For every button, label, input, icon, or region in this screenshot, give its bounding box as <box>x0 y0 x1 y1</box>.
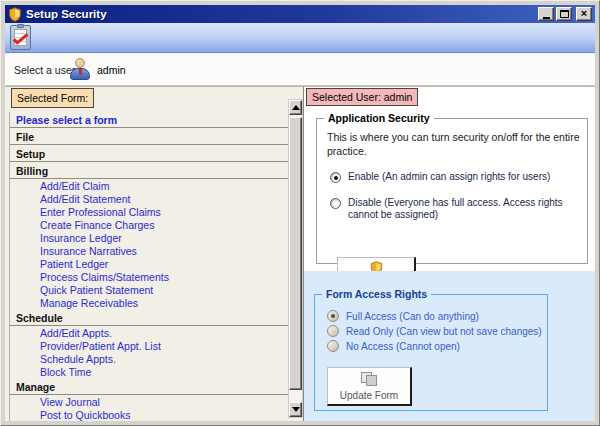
list-item-add-edit-appts[interactable]: Add/Edit Appts. <box>10 327 288 340</box>
read-only-label: Read Only (Can view but not save changes… <box>346 325 542 338</box>
list-item-view-journal[interactable]: View Journal <box>10 396 288 409</box>
read-only-option[interactable]: Read Only (Can view but not save changes… <box>327 325 542 338</box>
application-security-title: Application Security <box>324 112 434 124</box>
list-item-schedule-appts[interactable]: Schedule Appts. <box>10 353 288 366</box>
content-area: Selected Form: Please select a form File… <box>5 86 595 421</box>
update-form-label: Update Form <box>328 390 410 401</box>
application-security-description: This is where you can turn security on/o… <box>327 130 581 158</box>
disable-radio[interactable] <box>330 198 341 209</box>
form-selection-panel: Selected Form: Please select a form File… <box>5 86 303 421</box>
form-access-rights-groupbox: Form Access Rights Full Access (Can do a… <box>314 294 548 411</box>
list-item-add-edit-statement[interactable]: Add/Edit Statement <box>10 193 288 206</box>
selected-form-chip: Selected Form: <box>11 88 94 108</box>
form-list: Please select a form File Setup Billing … <box>9 112 288 421</box>
clipboard-clip <box>17 24 24 28</box>
list-item-provider-patient-appt-list[interactable]: Provider/Patient Appt. List <box>10 340 288 353</box>
full-access-option[interactable]: Full Access (Can do anything) <box>327 310 479 323</box>
list-item-quick-patient-statement[interactable]: Quick Patient Statement <box>10 284 288 297</box>
shield-icon <box>8 7 22 22</box>
form-access-area: Form Access Rights Full Access (Can do a… <box>304 271 595 421</box>
copy-forms-icon <box>361 372 378 387</box>
minimize-button[interactable] <box>538 7 554 21</box>
list-item-add-edit-claim[interactable]: Add/Edit Claim <box>10 180 288 193</box>
list-item-manage-receivables[interactable]: Manage Receivables <box>10 297 288 310</box>
full-access-radio[interactable] <box>327 310 339 322</box>
enable-radio[interactable] <box>330 172 341 183</box>
arrow-up-icon <box>292 105 300 110</box>
list-item-post-to-quickbooks[interactable]: Post to Quickbooks <box>10 409 288 421</box>
minimize-icon <box>543 17 550 19</box>
user-bar: Select a user admin <box>5 53 595 86</box>
list-item-insurance-narratives[interactable]: Insurance Narratives <box>10 245 288 258</box>
enable-security-option[interactable]: Enable (An admin can assign rights for u… <box>330 171 550 183</box>
update-form-button[interactable]: Update Form <box>327 367 412 406</box>
setup-security-window: Setup Security × Select a user admin Sel… <box>0 0 600 426</box>
arrow-down-icon <box>292 407 300 412</box>
list-header-manage[interactable]: Manage <box>10 379 288 395</box>
application-security-groupbox: Application Security This is where you c… <box>316 118 588 264</box>
no-access-radio[interactable] <box>327 340 339 352</box>
list-header-setup[interactable]: Setup <box>10 146 288 162</box>
clipboard-check-icon[interactable] <box>10 25 31 50</box>
scroll-down-button[interactable] <box>289 402 302 417</box>
list-header-file[interactable]: File <box>10 129 288 145</box>
window-controls: × <box>536 7 592 21</box>
disable-radio-label: Disable (Everyone has full access. Acces… <box>348 197 588 221</box>
title-bar[interactable]: Setup Security × <box>5 5 595 23</box>
select-user-label: Select a user <box>14 64 75 76</box>
maximize-icon <box>560 10 569 18</box>
scroll-up-button[interactable] <box>289 100 302 115</box>
user-avatar-icon[interactable] <box>70 58 90 81</box>
form-access-rights-title: Form Access Rights <box>322 288 431 300</box>
list-item-process-claims-statements[interactable]: Process Claims/Statements <box>10 271 288 284</box>
no-access-label: No Access (Cannot open) <box>346 340 460 353</box>
list-header-billing[interactable]: Billing <box>10 163 288 179</box>
avatar-tie <box>79 69 82 75</box>
list-item-patient-ledger[interactable]: Patient Ledger <box>10 258 288 271</box>
selected-username: admin <box>97 64 126 76</box>
no-access-option[interactable]: No Access (Cannot open) <box>327 340 460 353</box>
toolbar <box>5 23 595 53</box>
list-item-block-time[interactable]: Block Time <box>10 366 288 379</box>
list-item-enter-professional-claims[interactable]: Enter Professional Claims <box>10 206 288 219</box>
form-list-scrollbar[interactable] <box>288 99 303 418</box>
scrollbar-thumb[interactable] <box>289 117 302 390</box>
disable-security-option[interactable]: Disable (Everyone has full access. Acces… <box>330 197 588 221</box>
window-title: Setup Security <box>26 8 107 20</box>
maximize-button[interactable] <box>556 7 572 21</box>
avatar-head <box>75 58 85 68</box>
full-access-label: Full Access (Can do anything) <box>346 310 479 323</box>
close-button[interactable]: × <box>576 7 592 21</box>
read-only-radio[interactable] <box>327 325 339 337</box>
list-header-schedule[interactable]: Schedule <box>10 310 288 326</box>
close-icon: × <box>581 8 587 19</box>
security-settings-panel: Selected User: admin Application Securit… <box>303 86 595 421</box>
list-item-insurance-ledger[interactable]: Insurance Ledger <box>10 232 288 245</box>
list-item-prompt: Please select a form <box>10 112 288 128</box>
list-item-create-finance-charges[interactable]: Create Finance Charges <box>10 219 288 232</box>
copy-icon-front <box>366 375 377 386</box>
selected-user-chip: Selected User: admin <box>306 88 418 106</box>
enable-radio-label: Enable (An admin can assign rights for u… <box>348 171 550 183</box>
